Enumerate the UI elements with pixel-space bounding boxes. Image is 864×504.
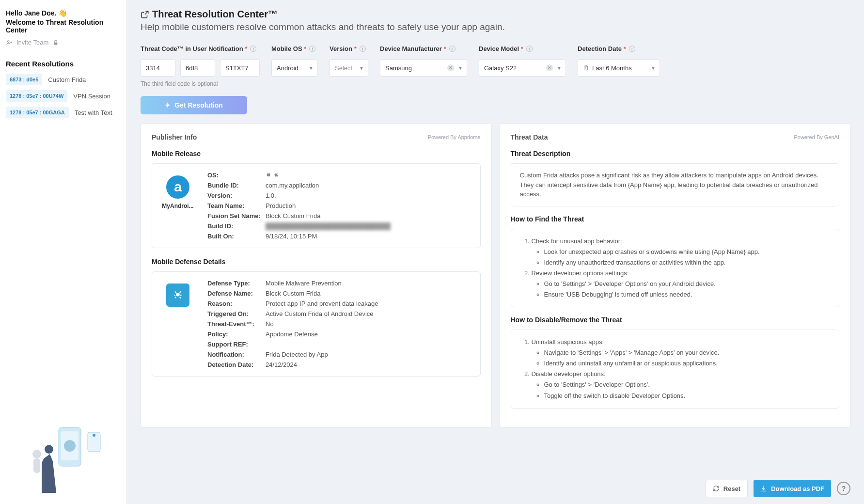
threat-panel-title: Threat Data [511,133,548,141]
info-icon[interactable]: i [250,46,256,52]
step-item: Disable developer options:Go to 'Setting… [532,369,830,401]
threat-code-hint: The third field code is optional [141,80,260,87]
recent-code: 1278 : 05e7 : 00U74W [6,90,67,102]
calendar-icon: 🗓 [583,64,589,72]
powered-by-appdome: Powered By Appdome [428,134,481,140]
chevron-down-icon: ▼ [359,65,364,71]
sidebar: Hello Jane Doe.👋 Welcome to Threat Resol… [0,0,127,504]
clear-icon[interactable]: ✕ [546,64,553,71]
lock-icon [52,39,59,46]
recent-item[interactable]: 1278 : 05e7 : 00GAGATest with Text [6,107,121,118]
wave-icon: 👋 [58,9,67,17]
svg-point-11 [269,173,269,173]
step-item: Review developer options settings:Go to … [532,268,830,300]
version-label: Version*i [330,45,368,52]
svg-point-0 [8,40,10,42]
detection-date-label: Detection Date*i [578,45,660,52]
publisher-info-panel: Publisher Info Powered By Appdome Mobile… [141,123,492,427]
chevron-down-icon: ▼ [309,65,314,71]
info-icon[interactable]: i [629,46,635,52]
version-select[interactable]: Select▼ [330,59,368,77]
svg-point-7 [45,445,53,454]
mobile-defense-card: Defense Type:Mobile Malware Prevention D… [152,271,481,377]
substep-item: Navigate to 'Settings' > 'Apps' > 'Manag… [544,347,830,358]
recent-label: VPN Session [73,93,110,100]
download-pdf-button[interactable]: Download as PDF [754,480,831,497]
user-plus-icon [6,39,13,46]
publisher-panel-title: Publisher Info [152,133,197,141]
threat-code-c-input[interactable] [220,59,260,77]
shield-bug-icon [166,284,189,307]
powered-by-genai: Powered By GenAI [794,134,839,140]
sidebar-illustration [6,398,121,495]
chevron-down-icon: ▼ [458,65,463,71]
substep-item: Look for unexpected app crashes or slowd… [544,247,830,257]
app-logo-icon: a [166,175,189,199]
info-icon[interactable]: i [360,46,366,52]
threat-code-b-input[interactable] [180,59,215,77]
how-to-remove-title: How to Disable/Remove the Threat [511,316,840,324]
filter-row: Threat Code™ in User Notification*i The … [141,45,850,87]
threat-description-box: Custom Frida attacks pose a significant … [511,163,840,206]
recent-code: 1278 : 05e7 : 00GAGA [6,107,69,118]
recent-list: 6873 : d0e5Custom Frida1278 : 05e7 : 00U… [6,74,121,123]
chevron-down-icon: ▼ [557,65,562,71]
substep-item: Go to 'Settings' > 'Developer Options' o… [544,279,830,289]
sparkle-icon: ✦ [165,101,171,109]
download-icon [760,485,767,492]
mobile-defense-title: Mobile Defense Details [152,258,481,266]
mobile-os-label: Mobile OS*i [271,45,318,52]
substep-item: Toggle off the switch to disable Develop… [544,391,830,401]
svg-point-4 [64,440,76,452]
info-icon[interactable]: i [309,46,315,52]
reload-icon [713,485,720,492]
threat-data-panel: Threat Data Powered By GenAI Threat Desc… [500,123,851,427]
mobile-os-select[interactable]: Android▼ [271,59,318,77]
recent-code: 6873 : d0e5 [6,74,42,85]
page-title: Threat Resolution Center™ [152,9,278,20]
step-item: Uninstall suspicious apps:Navigate to 'S… [532,337,830,369]
svg-rect-9 [33,458,40,473]
threat-description-title: Threat Description [511,150,840,158]
welcome-text: Welcome to Threat Resolution Center [6,18,121,34]
chevron-down-icon: ▼ [651,65,656,71]
footer-actions: Reset Download as PDF ? [706,480,850,497]
recent-label: Test with Text [75,109,112,116]
how-to-find-title: How to Find the Threat [511,215,840,223]
substep-item: Identify and uninstall any unfamiliar or… [544,358,830,369]
invite-team-link[interactable]: Invite Team [6,39,121,46]
reset-button[interactable]: Reset [706,480,748,497]
threat-code-a-input[interactable] [141,59,175,77]
svg-point-6 [93,434,95,437]
clear-icon[interactable]: ✕ [447,64,454,71]
page-subtitle: Help mobile customers resolve common att… [141,22,850,32]
recent-label: Custom Frida [48,76,86,83]
export-icon [141,10,149,19]
model-label: Device Model*i [479,45,566,52]
threat-code-label: Threat Code™ in User Notification*i [141,45,260,52]
android-icon [266,172,271,177]
substep-item: Identify any unauthorized transactions o… [544,257,830,268]
app-name: MyAndroi... [162,203,193,209]
svg-rect-1 [54,42,58,45]
info-icon[interactable]: i [526,46,533,52]
recent-item[interactable]: 6873 : d0e5Custom Frida [6,74,121,85]
recent-item[interactable]: 1278 : 05e7 : 00U74WVPN Session [6,90,121,102]
invite-team-label: Invite Team [16,39,48,46]
get-resolution-button[interactable]: ✦ Get Resolution [141,96,247,114]
info-icon[interactable]: i [449,46,456,52]
help-button[interactable]: ? [837,482,850,495]
svg-point-8 [32,450,41,458]
substep-item: Ensure 'USB Debugging' is turned off unl… [544,289,830,300]
mobile-release-card: a MyAndroi... OS: Bundle ID:com.my.appli… [152,163,481,248]
greeting: Hello Jane Doe.👋 [6,9,121,17]
manufacturer-select[interactable]: Samsung✕▼ [380,59,467,77]
main-content: Threat Resolution Center™ Help mobile cu… [127,0,864,504]
manufacturer-label: Device Manufacturer*i [380,45,467,52]
detection-date-select[interactable]: 🗓Last 6 Months▼ [578,59,660,77]
how-to-remove-box: Uninstall suspicious apps:Navigate to 'S… [511,330,840,409]
recent-resolutions-title: Recent Resolutions [6,60,121,68]
svg-point-10 [267,173,268,173]
model-select[interactable]: Galaxy S22✕▼ [479,59,566,77]
step-item: Check for unusual app behavior:Look for … [532,236,830,268]
